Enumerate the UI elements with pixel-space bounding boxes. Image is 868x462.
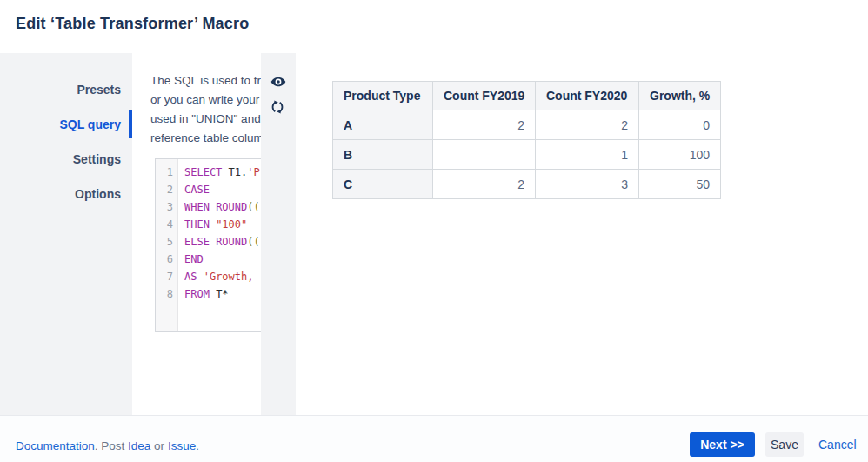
- table-header-cell: Product Type: [333, 82, 433, 110]
- description-line: or you can write your: [150, 90, 261, 110]
- code-token: AS: [184, 271, 204, 283]
- line-number: 1: [156, 164, 177, 181]
- footer-text-post: . Post: [95, 439, 128, 452]
- preview-result-table: Product TypeCount FY2019Count FY2020Grow…: [332, 81, 721, 199]
- table-value-cell: 0: [639, 110, 721, 140]
- code-token: ROUND: [216, 236, 247, 248]
- table-row: A220: [333, 110, 721, 140]
- cancel-button[interactable]: Cancel: [818, 438, 857, 452]
- sidebar-item-settings[interactable]: Settings: [73, 151, 121, 168]
- row-label-cell: A: [333, 110, 433, 140]
- macro-edit-dialog: Edit ‘Table Transformer’ Macro PresetsSQ…: [0, 0, 868, 462]
- sql-description-text: The SQL is used to traor you can write y…: [150, 71, 261, 148]
- code-token: ((: [247, 236, 259, 248]
- sql-query-panel: The SQL is used to traor you can write y…: [132, 53, 261, 415]
- code-line[interactable]: CASE: [184, 181, 260, 198]
- table-header-cell: Count FY2019: [433, 82, 536, 110]
- sql-code-editor[interactable]: 12345678 SELECT T1.'PCASEWHEN ROUND((THE…: [155, 158, 261, 332]
- line-number: 7: [156, 268, 177, 285]
- save-button[interactable]: Save: [765, 432, 804, 457]
- line-number: 4: [156, 216, 177, 233]
- code-token: FROM: [184, 288, 216, 300]
- code-token: THEN: [184, 218, 216, 231]
- code-token: T1.: [229, 166, 248, 178]
- code-token: ELSE: [184, 236, 216, 248]
- table-value-cell: 100: [639, 140, 721, 170]
- sql-code-lines[interactable]: SELECT T1.'PCASEWHEN ROUND((THEN "100"EL…: [178, 159, 260, 331]
- footer-help-links: Documentation. Post Idea or Issue.: [16, 439, 199, 452]
- sidebar-item-options[interactable]: Options: [75, 185, 121, 203]
- code-token: 'P: [247, 166, 259, 178]
- code-line[interactable]: WHEN ROUND((: [184, 198, 260, 216]
- next-button[interactable]: Next >>: [690, 432, 755, 457]
- code-line[interactable]: FROM T*: [184, 285, 260, 303]
- code-token: ((: [247, 201, 259, 213]
- sidebar-item-presets[interactable]: Presets: [77, 81, 121, 98]
- code-line[interactable]: ELSE ROUND((: [184, 233, 260, 251]
- table-value-cell: 2: [433, 170, 536, 199]
- idea-link[interactable]: Idea: [128, 439, 150, 452]
- table-value-cell: 50: [639, 170, 721, 199]
- code-token: END: [184, 253, 204, 265]
- description-line: reference table colum: [150, 129, 261, 148]
- sidebar-item-sql-query[interactable]: SQL query: [59, 116, 121, 133]
- code-line[interactable]: SELECT T1.'P: [184, 164, 260, 181]
- line-number: 2: [156, 181, 177, 198]
- table-value-cell: [433, 140, 536, 170]
- code-line[interactable]: AS 'Growth,: [184, 268, 260, 285]
- table-value-cell: 1: [536, 140, 639, 170]
- table-row: B1100: [333, 140, 721, 170]
- line-number-gutter: 12345678: [156, 159, 178, 331]
- table-value-cell: 3: [536, 170, 639, 199]
- table-row: C2350: [333, 170, 721, 199]
- table-value-cell: 2: [536, 110, 639, 140]
- refresh-icon[interactable]: [270, 99, 287, 117]
- description-line: used in "UNION" and: [150, 110, 261, 129]
- row-label-cell: C: [333, 170, 433, 199]
- dialog-title: Edit ‘Table Transformer’ Macro: [16, 15, 249, 33]
- table-value-cell: 2: [433, 110, 536, 140]
- table-header-cell: Count FY2020: [536, 82, 639, 110]
- code-token: WHEN: [184, 201, 216, 213]
- documentation-link[interactable]: Documentation: [16, 439, 95, 452]
- line-number: 6: [156, 251, 177, 268]
- code-line[interactable]: THEN "100": [184, 216, 260, 233]
- row-label-cell: B: [333, 140, 433, 170]
- macro-nav-sidebar: PresetsSQL querySettingsOptions: [0, 53, 132, 415]
- line-number: 8: [156, 285, 177, 303]
- code-token: T*: [216, 288, 228, 300]
- code-line[interactable]: END: [184, 251, 260, 268]
- table-header-cell: Growth, %: [639, 82, 721, 110]
- code-token: 'Growth,: [204, 271, 254, 283]
- issue-link[interactable]: Issue: [168, 439, 196, 452]
- footer-text-or: or: [150, 439, 168, 452]
- code-token: SELECT: [184, 166, 229, 178]
- code-token: ROUND: [216, 201, 247, 213]
- footer-text-period: .: [196, 439, 199, 452]
- line-number: 5: [156, 233, 177, 251]
- line-number: 3: [156, 198, 177, 216]
- eye-icon[interactable]: [270, 73, 287, 90]
- code-token: "100": [216, 218, 247, 231]
- panel-toolbar: [261, 53, 296, 415]
- dialog-footer: Documentation. Post Idea or Issue. Next …: [0, 415, 868, 462]
- description-line: The SQL is used to tra: [150, 71, 261, 90]
- code-token: CASE: [184, 184, 210, 196]
